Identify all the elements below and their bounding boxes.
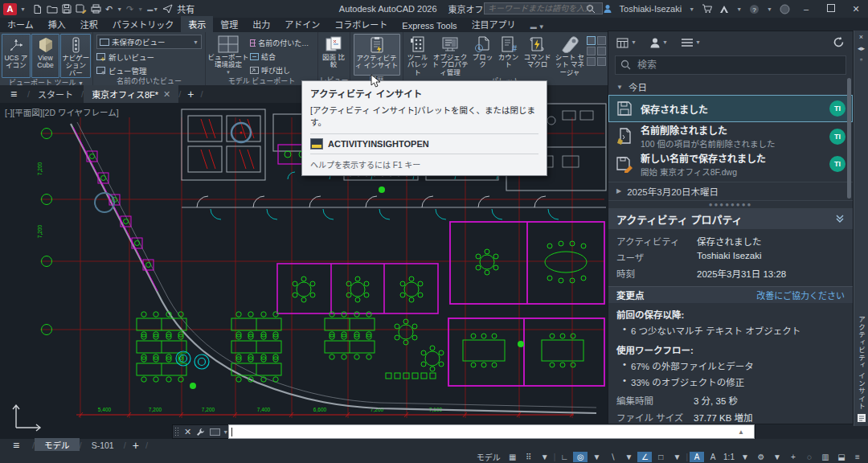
avatar[interactable]: TI [829,100,845,117]
qc-calculator-icon[interactable] [597,47,606,55]
help-arrow-icon[interactable]: ▼ [767,6,772,12]
user-icon[interactable] [603,4,612,14]
tool-palettes-button[interactable]: ツール パレット [405,34,430,76]
palette-close-icon[interactable]: × [859,33,863,44]
current-view-dropdown[interactable]: 未保存のビュー ▼ [96,35,202,49]
named-viewports-button[interactable]: 名前の付いたビューポート [250,37,316,49]
feedback-link[interactable]: 改善にご協力ください [756,289,845,301]
account-icon[interactable] [780,4,790,14]
command-line-close-icon[interactable]: ✕ [182,427,194,437]
splitter-handle[interactable]: ●●●●●●●● [608,201,853,209]
tab-current-drawing[interactable]: 東京オフィス8F* ✕ [84,85,178,103]
user-name[interactable]: Toshiaki-Isezaki [620,4,682,14]
new-file-button[interactable] [32,4,43,14]
section-older-date[interactable]: ▶ 2025年3月20日木曜日 [608,182,853,201]
properties-button[interactable]: オブジェクト プロパティ管理 [431,34,469,76]
isometric-drafting-icon[interactable]: ∖ [605,452,620,462]
palette-side-tab-label[interactable]: アクティビティ インサイト [857,316,866,410]
palette-search-input[interactable] [636,59,841,72]
view-cube-button[interactable]: View Cube [31,34,60,78]
activity-insight-button[interactable]: アクティビティ インサイト [354,34,400,76]
activity-properties-header[interactable]: アクティビティ プロパティ [608,208,853,229]
ribbon-display-toggle-icon[interactable]: ▬ ▼ [523,22,552,32]
restore-viewports-button[interactable]: 呼び出し [250,64,316,76]
command-history-arrow-icon[interactable]: ▲ [738,428,744,436]
close-button[interactable]: ✕ [847,4,865,14]
refresh-button[interactable] [833,36,845,48]
command-recent-arrow-icon[interactable]: ▼ [223,429,228,435]
tab-parametric[interactable]: パラメトリック [105,16,182,32]
designcenter-icon[interactable] [587,36,596,45]
tab-layout-s101[interactable]: S-101 [82,440,124,451]
activity-item-saved[interactable]: 保存されました TI [608,95,853,122]
object-snap-icon[interactable]: □ [653,452,668,462]
avatar[interactable]: TI [829,156,845,172]
tab-view[interactable]: 表示 [181,16,213,32]
annotation-visibility-icon[interactable]: A [690,452,704,462]
count-button[interactable]: # カウント [496,34,521,76]
polar-arrow-icon[interactable]: ▼ [589,452,604,462]
plot-button[interactable] [91,4,101,14]
command-line[interactable]: ✕ ▼ ▲ [172,424,755,439]
osnap-tracking-icon[interactable]: ∠ [637,452,652,462]
autocad-logo-icon[interactable]: A [3,3,17,15]
tab-output[interactable]: 出力 [245,16,277,32]
tab-addins[interactable]: アドイン [277,16,327,32]
search-icon[interactable] [586,4,596,14]
autoscale-icon[interactable]: A [706,452,720,462]
restore-button[interactable] [822,4,840,14]
block-palette-button[interactable]: ブロック [470,34,495,76]
palette-search-box[interactable] [615,55,846,75]
command-line-customize-icon[interactable] [194,428,207,436]
file-tabs-menu-icon[interactable]: ≡ [0,88,27,100]
customization-icon[interactable]: + [786,452,800,462]
new-drawing-button[interactable]: + [181,88,200,100]
scrollbar[interactable] [847,78,851,199]
cart-icon[interactable] [702,4,712,14]
autodesk-icon[interactable] [719,5,729,14]
new-view-button[interactable]: 新しいビュー [96,51,202,63]
tab-start[interactable]: スタート [30,85,81,103]
share-icon[interactable] [162,4,173,14]
date-filter-button[interactable]: ▼ [616,37,637,48]
undo-button[interactable]: ↶ [105,4,113,14]
command-prompt-icon[interactable] [207,428,223,436]
polar-tracking-icon[interactable]: ◎ [573,452,588,462]
share-label[interactable]: 共有 [177,2,194,15]
tab-home[interactable]: ホーム [0,16,41,32]
tab-insert[interactable]: 挿入 [41,16,73,32]
layer-palette-icon[interactable] [597,57,606,66]
grid-display-icon[interactable]: ▦ [506,452,520,462]
tab-model-space[interactable]: モデル [35,438,80,452]
undo-arrow-icon[interactable]: ▼ [117,6,122,12]
command-input[interactable]: ▲ [228,424,755,439]
snap-mode-icon[interactable]: ⠿ [522,452,536,462]
tab-collaborate[interactable]: コラボレート [327,16,395,32]
save-button[interactable] [62,4,72,14]
open-file-button[interactable] [47,4,58,14]
reference-palette-icon[interactable] [587,57,596,66]
isolate-objects-icon[interactable]: ◌ [802,452,817,462]
collapse-section-icon[interactable] [835,214,845,223]
annotation-scale-value[interactable]: 1:1 [722,452,736,462]
viewport-controls-label[interactable]: [-][平面図][2D ワイヤフレーム] [5,106,119,118]
iso-arrow-icon[interactable]: ▼ [621,452,636,462]
command-macros-button[interactable]: コマンド マクロ [522,34,553,76]
tab-express-tools[interactable]: Express Tools [395,19,464,32]
user-filter-button[interactable]: ▼ [649,37,668,48]
palette-autohide-icon[interactable]: ◂▸ [858,44,865,55]
scale-arrow-icon[interactable]: ▼ [738,452,752,462]
drawing-compare-button[interactable]: 図面 比較 [320,34,347,76]
close-drawing-icon[interactable]: ✕ [163,89,170,100]
palette-properties-icon[interactable]: ▫ [860,55,862,67]
tab-annotate[interactable]: 注釈 [73,16,105,32]
clean-screen-icon[interactable]: ⬓ [834,452,849,462]
navigation-bar-button[interactable]: ナビゲーション バー [60,34,91,78]
qat-customize-icon[interactable]: ▬▼ [147,6,158,12]
autodesk-arrow-icon[interactable]: ▼ [736,6,742,12]
tab-featured-apps[interactable]: 注目アプリ [465,16,523,32]
layout-menu-icon[interactable]: ≡ [0,439,32,452]
activity-item-purged[interactable]: 名前削除されました 100 個の項目が名前削除されました TI [608,122,853,150]
command-line-drag-handle[interactable] [174,427,180,436]
sheet-set-manager-button[interactable]: シート セット マネージャ [554,34,586,76]
